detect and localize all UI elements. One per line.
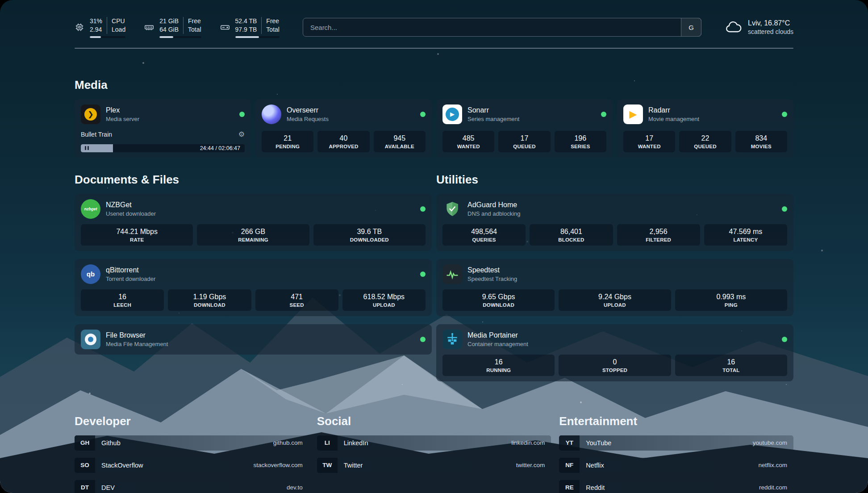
bookmark-dev[interactable]: DT DEV dev.to	[75, 480, 309, 493]
service-card-adguard[interactable]: AdGuard Home DNS and adblocking 498,564Q…	[436, 194, 793, 251]
search-provider-button[interactable]: G	[681, 18, 701, 37]
service-name: AdGuard Home	[467, 201, 521, 209]
section-title-media: Media	[75, 78, 793, 92]
speedtest-icon	[442, 264, 462, 284]
stat-seed: 471SEED	[255, 289, 338, 311]
service-description: Speedtest Tracking	[467, 276, 517, 282]
bookmark-abbr: YT	[559, 435, 580, 451]
service-card-qbittorrent[interactable]: qb qBittorrent Torrent downloader 16LEEC…	[75, 259, 432, 316]
service-card-nzbget[interactable]: nzbget NZBGet Usenet downloader 744.21 M…	[75, 194, 432, 251]
service-description: Torrent downloader	[106, 276, 155, 282]
section-utilities: Utilities AdGuard Home DNS and adblockin…	[436, 173, 793, 381]
stat-wanted: 17WANTED	[623, 131, 675, 152]
stat-ping: 0.993 msPING	[675, 289, 787, 311]
stat-blocked: 86,401BLOCKED	[530, 224, 613, 246]
service-description: DNS and adblocking	[467, 210, 521, 217]
disk-total-value: 97.9 TB	[235, 25, 257, 34]
status-online-dot	[601, 112, 606, 117]
service-card-overseerr[interactable]: Overseerr Media Requests 21PENDING 40APP…	[255, 99, 432, 158]
plex-icon: ❯	[81, 104, 100, 124]
service-description: Media File Management	[106, 341, 168, 347]
section-title-social: Social	[317, 414, 551, 428]
weather-condition: scattered clouds	[748, 28, 793, 35]
status-online-dot	[782, 206, 787, 212]
bookmark-group-entertainment: Entertainment YT YouTube youtube.com NF …	[559, 414, 793, 493]
ram-bar	[159, 36, 201, 38]
stat-filtered: 2,956FILTERED	[617, 224, 700, 246]
status-online-dot	[420, 337, 426, 342]
status-online-dot	[420, 206, 426, 212]
stat-queued: 22QUEUED	[679, 131, 731, 152]
qbittorrent-icon: qb	[81, 264, 100, 284]
stat-download: 9.65 GbpsDOWNLOAD	[442, 289, 555, 311]
resource-monitors: 31% CPU 2.94 Load 21 GiB	[75, 17, 280, 38]
bookmark-linkedin[interactable]: LI LinkedIn linkedin.com	[317, 435, 551, 451]
service-card-sonarr[interactable]: ▶ Sonarr Series management 485WANTED 17Q…	[436, 99, 613, 158]
section-title-developer: Developer	[75, 414, 309, 428]
service-name: Overseerr	[287, 106, 329, 114]
cpu-usage-value: 31%	[90, 17, 102, 25]
service-description: Media Requests	[287, 116, 329, 122]
bookmark-github[interactable]: GH Github github.com	[75, 435, 309, 451]
stat-remaining: 266 GBREMAINING	[197, 224, 309, 246]
bookmark-youtube[interactable]: YT YouTube youtube.com	[559, 435, 793, 451]
bookmark-group-social: Social LI LinkedIn linkedin.com TW Twitt…	[317, 414, 551, 493]
ram-total-label: Total	[183, 25, 201, 34]
search-input[interactable]	[303, 18, 701, 37]
search: G	[303, 18, 701, 37]
service-name: Media Portainer	[467, 331, 528, 339]
bookmark-twitter[interactable]: TW Twitter twitter.com	[317, 458, 551, 473]
bookmark-reddit[interactable]: RE Reddit reddit.com	[559, 480, 793, 493]
service-card-filebrowser[interactable]: File Browser Media File Management	[75, 324, 432, 355]
ram-total-value: 64 GiB	[159, 25, 179, 34]
service-card-plex[interactable]: ❯ Plex Media server Bullet Train ⚙ 24:44…	[75, 99, 251, 158]
snow-particles	[0, 0, 1, 1]
stat-upload: 9.24 GbpsUPLOAD	[559, 289, 671, 311]
disk-monitor: 52.4 TB Free 97.9 TB Total	[220, 17, 280, 38]
stat-upload: 618.52 MbpsUPLOAD	[342, 289, 426, 311]
service-name: Plex	[106, 106, 139, 114]
ram-free-value: 21 GiB	[159, 17, 179, 25]
nzbget-icon: nzbget	[81, 199, 100, 219]
dashboard-window: 31% CPU 2.94 Load 21 GiB	[0, 0, 868, 493]
service-card-speedtest[interactable]: Speedtest Speedtest Tracking 9.65 GbpsDO…	[436, 259, 793, 316]
service-name: qBittorrent	[106, 266, 155, 274]
bookmark-abbr: RE	[559, 480, 580, 493]
portainer-icon	[442, 330, 462, 349]
radarr-icon: ▶	[623, 104, 643, 124]
stat-rate: 744.21 MbpsRATE	[81, 224, 193, 246]
stat-latency: 47.569 msLATENCY	[704, 224, 787, 246]
bookmark-group-developer: Developer GH Github github.com SO StackO…	[75, 414, 309, 493]
service-name: Radarr	[648, 106, 699, 114]
service-description: Movie management	[648, 116, 699, 122]
stat-wanted: 485WANTED	[442, 131, 494, 152]
cpu-monitor: 31% CPU 2.94 Load	[75, 17, 125, 38]
status-online-dot	[782, 337, 787, 342]
top-bar: 31% CPU 2.94 Load 21 GiB	[75, 0, 793, 38]
stat-series: 196SERIES	[555, 131, 606, 152]
bookmark-abbr: NF	[559, 458, 580, 473]
stat-pending: 21PENDING	[262, 131, 313, 152]
cpu-load-value: 2.94	[90, 25, 102, 34]
stat-download: 1.19 GbpsDOWNLOAD	[168, 289, 251, 311]
bookmark-stackoverflow[interactable]: SO StackOverflow stackoverflow.com	[75, 458, 309, 473]
plex-progress-bar[interactable]: 24:44 / 02:06:47	[81, 144, 245, 152]
bookmark-abbr: LI	[317, 435, 338, 451]
now-playing-title: Bullet Train	[81, 131, 112, 138]
cpu-usage-label: CPU	[107, 17, 125, 25]
disk-icon	[220, 22, 230, 32]
stat-movies: 834MOVIES	[735, 131, 787, 152]
service-card-portainer[interactable]: Media Portainer Container management 16R…	[436, 324, 793, 381]
cloud-icon	[725, 18, 743, 36]
stat-approved: 40APPROVED	[317, 131, 369, 152]
gear-icon[interactable]: ⚙	[238, 131, 245, 138]
bookmark-abbr: DT	[75, 480, 95, 493]
section-title-entertainment: Entertainment	[559, 414, 793, 428]
status-online-dot	[420, 272, 426, 277]
bookmark-netflix[interactable]: NF Netflix netflix.com	[559, 458, 793, 473]
service-card-radarr[interactable]: ▶ Radarr Movie management 17WANTED 22QUE…	[617, 99, 793, 158]
bookmark-abbr: TW	[317, 458, 338, 473]
pause-icon[interactable]	[85, 146, 89, 150]
sonarr-icon: ▶	[442, 104, 462, 124]
weather-widget[interactable]: Lviv, 16.87°C scattered clouds	[725, 18, 793, 36]
